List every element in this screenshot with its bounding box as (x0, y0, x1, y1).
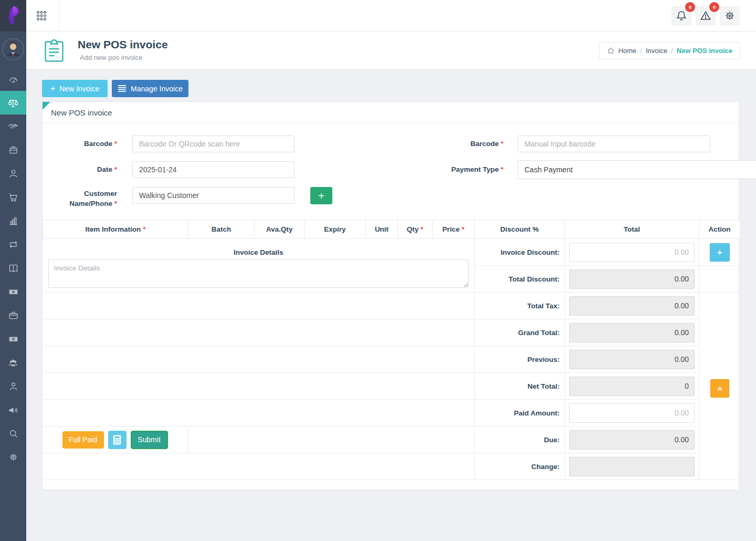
col-unit: Unit (366, 220, 398, 239)
banknote-icon (8, 286, 19, 297)
customer-input[interactable] (132, 187, 295, 204)
calculator-icon (113, 435, 121, 445)
topbar-actions: 0 0 (671, 6, 740, 26)
barcode-scan-input[interactable] (132, 136, 295, 152)
plus-icon: + (50, 84, 55, 93)
app-logo[interactable] (0, 0, 26, 32)
totals-row-invoice-discount: Invoice Details Invoice Discount: + (43, 239, 740, 266)
sidebar-item-income[interactable] (0, 327, 26, 351)
sidebar-item-purchase[interactable] (0, 185, 26, 209)
invoice-discount-input[interactable] (569, 243, 695, 262)
manage-invoice-button[interactable]: Manage Invoice (112, 80, 188, 97)
change-label: Change: (475, 453, 565, 480)
totals-row-paid-amount: Paid Amount: (43, 400, 740, 426)
net-total-value (569, 377, 695, 396)
collapse-up-button[interactable] (710, 379, 729, 398)
handshake-icon (7, 121, 19, 132)
sidebar-item-returns[interactable] (0, 233, 26, 256)
dashboard-icon (8, 74, 19, 85)
barcode-manual-input[interactable] (518, 136, 710, 152)
sidebar-item-reports[interactable] (0, 209, 26, 233)
invoice-details-textarea[interactable] (48, 259, 469, 288)
totals-row-net-total: Net Total: (43, 373, 740, 400)
new-invoice-button[interactable]: + New Invoice (42, 80, 108, 97)
breadcrumb-separator: / (640, 47, 642, 55)
calculator-button[interactable] (108, 431, 127, 449)
topbar: 0 0 (26, 0, 756, 32)
table-header-row: Item Information * Batch Ava.Qty Expiry … (43, 220, 740, 239)
list-icon (118, 85, 127, 92)
breadcrumb-home[interactable]: Home (618, 47, 637, 55)
totals-row-total-tax: Total Tax: (43, 293, 740, 319)
alert-triangle-icon (699, 9, 712, 22)
col-batch: Batch (188, 220, 255, 239)
sidebar-item-suppliers[interactable] (0, 374, 26, 398)
sidebar-item-ledger[interactable] (0, 256, 26, 280)
col-qty: Qty * (398, 220, 433, 239)
add-discount-button[interactable]: + (710, 243, 730, 262)
change-value (569, 457, 695, 476)
invoice-form: Barcode * Date * Customer Name/Phone * +… (43, 123, 739, 220)
sidebar-item-dashboard[interactable] (0, 67, 26, 91)
submit-button[interactable]: Submit (131, 431, 168, 449)
clipboard-icon (44, 38, 64, 65)
sidebar-item-customers[interactable] (0, 162, 26, 185)
totals-row-previous: Previous: (43, 346, 740, 373)
breadcrumb-invoice[interactable]: Invoice (646, 47, 667, 55)
person-icon (8, 168, 19, 179)
invoice-items-table: Item Information * Batch Ava.Qty Expiry … (43, 220, 740, 480)
sidebar-item-expense[interactable] (0, 280, 26, 304)
empty-cell (188, 426, 475, 453)
previous-label: Previous: (475, 346, 565, 373)
megaphone-icon (7, 404, 19, 416)
date-input[interactable] (132, 161, 295, 178)
net-total-label: Net Total: (475, 373, 565, 400)
grand-total-value (569, 323, 695, 342)
total-tax-value (569, 296, 695, 316)
empty-cell (43, 293, 475, 319)
empty-cell (43, 346, 475, 373)
totals-row-due: Full Paid (43, 426, 740, 453)
col-price: Price * (433, 220, 475, 239)
double-chevron-up-icon (716, 384, 724, 392)
sidebar-item-marketing[interactable] (0, 398, 26, 422)
total-discount-label: Total Discount: (475, 266, 565, 293)
sidebar-item-pos-invoice[interactable] (0, 91, 26, 115)
barcode-scan-label: Barcode * (43, 136, 117, 152)
sidebar-item-search[interactable] (0, 422, 26, 445)
sidebar-item-hrm[interactable] (0, 351, 26, 374)
alerts-button[interactable]: 0 (696, 6, 716, 26)
customer-label: Customer Name/Phone * (43, 187, 117, 209)
user-avatar[interactable] (2, 38, 25, 61)
add-customer-button[interactable]: + (310, 187, 332, 204)
sidebar-item-assets[interactable] (0, 304, 26, 327)
empty-cell (43, 400, 475, 426)
apps-grid-button[interactable] (36, 10, 47, 22)
alerts-badge: 0 (709, 2, 719, 12)
sidebar-item-products[interactable] (0, 138, 26, 162)
invoice-discount-label: Invoice Discount: (475, 239, 565, 266)
users-group-icon (7, 357, 19, 369)
grand-total-label: Grand Total: (475, 319, 565, 346)
sidebar-item-settings[interactable] (0, 445, 26, 469)
gear-icon (723, 9, 736, 22)
breadcrumb-separator: / (671, 47, 673, 55)
page-header: New POS invoice Add new pos invoice Home… (26, 32, 756, 70)
payment-type-select[interactable]: Cash Payment (518, 160, 756, 179)
paid-amount-input[interactable] (569, 403, 695, 423)
col-expiry: Expiry (304, 220, 366, 239)
total-discount-value (569, 269, 695, 289)
empty-cell (43, 373, 475, 400)
action-toolbar: + New Invoice Manage Invoice (42, 80, 188, 97)
sidebar-item-deals[interactable] (0, 115, 26, 138)
repeat-icon (8, 239, 19, 250)
invoice-details-cell: Invoice Details (43, 239, 475, 293)
sidebar (0, 0, 26, 541)
due-label: Due: (475, 426, 565, 453)
notifications-button[interactable]: 0 (671, 6, 691, 26)
settings-button[interactable] (720, 6, 740, 26)
logo-icon (4, 5, 22, 26)
full-paid-button[interactable]: Full Paid (62, 431, 104, 449)
grid-dots-icon (36, 10, 47, 22)
sidebar-nav (0, 67, 26, 469)
